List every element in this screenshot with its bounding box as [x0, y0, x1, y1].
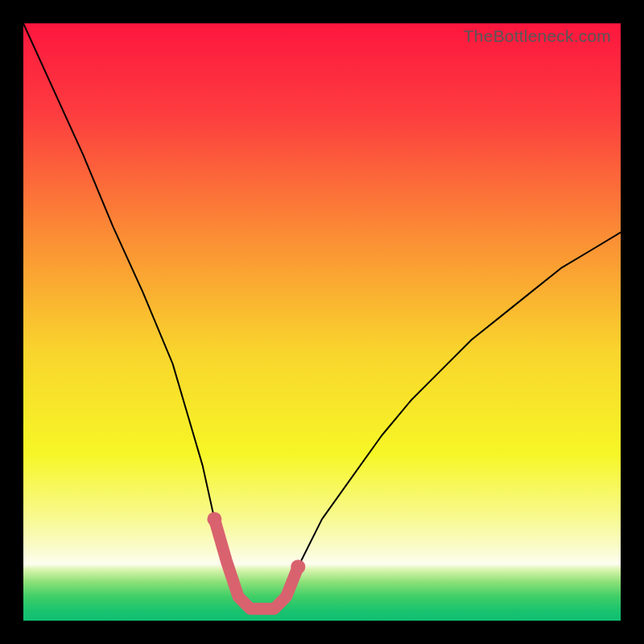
watermark-text: TheBottleneck.com: [464, 27, 611, 46]
svg-rect-0: [23, 23, 621, 621]
chart-frame: TheBottleneck.com: [23, 23, 621, 621]
chart-background-gradient: [23, 23, 621, 621]
